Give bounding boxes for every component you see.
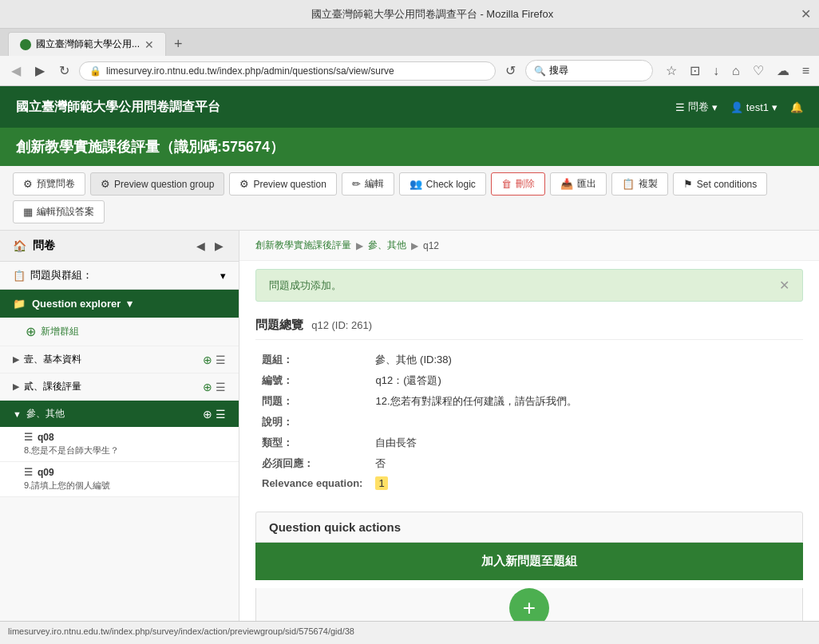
back-button[interactable]: ◀ [6,60,26,81]
question-overview: 問題總覽 q12 (ID: 261) 題組： 參、其他 (ID:38) 編號： … [239,310,819,500]
favicon [20,39,31,50]
arrow-right-icon[interactable]: ▶ [212,239,226,252]
breadcrumb-group-link[interactable]: 參、其他 [368,239,406,252]
preview-survey-button[interactable]: ⚙ 預覽問卷 [13,172,85,196]
sidebar-home-left: 🏠 問卷 [13,239,55,253]
group-2-add-icon[interactable]: ⊕ [203,381,212,393]
group-3-list-icon[interactable]: ☰ [216,408,226,421]
add-group-button[interactable]: ⊕ 新增群組 [0,318,239,346]
group-3-left: ▼ 參、其他 [13,407,65,421]
shield-icon[interactable]: ♡ [750,61,767,80]
survey-title: 創新教學實施課後評量（識別碼:575674） [16,139,284,155]
check-icon: 👥 [410,178,422,190]
breadcrumb: 創新教學實施課後評量 ▶ 參、其他 ▶ q12 [239,231,819,261]
sidebar-section-left: 📋 問題與群組： [13,268,93,282]
table-icon: ▦ [23,206,33,218]
group-1-right: ⊕ ☰ [203,354,226,366]
group-3-add-icon[interactable]: ⊕ [203,408,212,421]
main-layout: 🏠 問卷 ◀ ▶ 📋 問題與群組： ▾ 📁 Question explorer … [0,231,819,621]
set-conditions-button[interactable]: ⚑ Set conditions [673,172,767,196]
pocket-icon[interactable]: ☁ [774,61,793,80]
home-icon: 🏠 [13,239,26,252]
tab-label: 國立臺灣師範大學公用... [36,38,140,51]
description-label: 說明： [255,412,369,433]
add-group-label: 新增群組 [41,325,79,338]
quick-actions: Question quick actions 加入新問題至題組 + 加入新問題至… [239,504,819,621]
user-menu-button[interactable]: 👤 test1 ▾ [730,101,777,113]
copy-icon: 📋 [622,178,635,190]
group-3-right: ⊕ ☰ [203,408,226,421]
group-add-icon[interactable]: ⊕ [203,354,212,366]
sidebar-home[interactable]: 🏠 問卷 ◀ ▶ [0,231,239,262]
sidebar-group-section[interactable]: 📋 問題與群組： ▾ [0,262,239,290]
browser-title: 國立臺灣師範大學公用問卷調查平台 - Mozilla Firefox [72,7,793,22]
group-list-icon[interactable]: ☰ [216,354,226,366]
check-logic-button[interactable]: 👥 Check logic [399,172,486,196]
url-bar[interactable]: 🔒 limesurvey.iro.ntnu.edu.tw/index.php/a… [79,61,496,81]
code-value: q12：(還答題) [369,370,803,391]
preview-question-button[interactable]: ⚙ Preview question [229,172,336,196]
group-label: 題組： [255,350,369,370]
explorer-dropdown-icon: ▾ [127,298,133,310]
status-url: limesurvey.iro.ntnu.edu.tw/index.php/sur… [8,626,354,636]
group-1-label: 壹、基本資料 [24,353,81,366]
alert-close-button[interactable]: ✕ [779,278,789,293]
question-explorer[interactable]: 📁 Question explorer ▾ [0,290,239,318]
delete-button[interactable]: 🗑 刪除 [491,172,545,196]
copy-button[interactable]: 📋 複製 [611,172,668,196]
bell-icon: 🔔 [790,101,803,113]
sidebar-arrows: ◀ ▶ [194,239,226,252]
notification-button[interactable]: 🔔 [790,101,803,113]
survey-menu-button[interactable]: ☰ 問卷 ▾ [675,100,718,114]
edit-button[interactable]: ✏ 編輯 [342,172,394,196]
gear-icon-2: ⚙ [101,178,110,190]
breadcrumb-survey-link[interactable]: 創新教學實施課後評量 [255,239,351,252]
q09-id: q09 [38,467,54,478]
menu-icon[interactable]: ≡ [799,62,813,80]
reload-button[interactable]: ↺ [500,60,520,81]
alert-message: 問題成功添加。 [269,279,342,293]
description-value [369,412,803,433]
close-button[interactable]: ✕ [801,6,811,22]
group-2-label: 貳、課後評量 [24,380,81,393]
tab-close-button[interactable]: ✕ [144,38,154,51]
code-label: 編號： [255,370,369,391]
home-icon[interactable]: ⊡ [686,61,703,80]
question-item-q08[interactable]: ☰ q08 8.您是不是台師大學生？ [0,427,239,462]
question-id-label: q12 (ID: 261) [311,319,372,331]
download-icon[interactable]: ↓ [710,62,722,80]
required-value: 否 [369,453,803,474]
browser-tab[interactable]: 國立臺灣師範大學公用... ✕ [8,32,166,56]
refresh-button[interactable]: ↻ [54,60,74,81]
expand-arrow-icon: ▶ [13,354,19,365]
expand-arrow-icon-2: ▶ [13,381,19,392]
survey-title-bar: 創新教學實施課後評量（識別碼:575674） [0,128,819,166]
q09-header: ☰ q09 [24,467,226,478]
sidebar-group-2[interactable]: ▶ 貳、課後評量 ⊕ ☰ [0,373,239,401]
group-2-list-icon[interactable]: ☰ [216,381,226,393]
house-icon[interactable]: ⌂ [729,62,743,80]
group-value: 參、其他 (ID:38) [369,350,803,370]
list-icon: ☰ [675,101,685,113]
export-button[interactable]: 📥 匯出 [550,172,607,196]
new-tab-button[interactable]: + [166,33,191,56]
bookmark-star-icon[interactable]: ☆ [663,61,680,80]
question-item-q09[interactable]: ☰ q09 9.請填上您的個人編號 [0,462,239,497]
forward-button[interactable]: ▶ [30,60,49,81]
sidebar-group-1[interactable]: ▶ 壹、基本資料 ⊕ ☰ [0,346,239,373]
preview-group-button[interactable]: ⚙ Preview question group [90,172,224,196]
group-2-left: ▶ 貳、課後評量 [13,380,81,393]
edit-defaults-button[interactable]: ▦ 編輯預設答案 [13,200,105,223]
browser-titlebar: 國立臺灣師範大學公用問卷調查平台 - Mozilla Firefox ✕ [0,0,819,29]
quick-actions-title: Question quick actions [255,512,803,543]
sidebar-group-3[interactable]: ▼ 參、其他 ⊕ ☰ [0,401,239,427]
app-logo: 國立臺灣師範大學公用問卷調查平台 [16,99,220,116]
add-question-button[interactable]: 加入新問題至題組 [255,543,803,580]
search-box[interactable]: 🔍 搜尋 [525,60,653,81]
add-question-circle-button[interactable]: + [509,588,549,621]
arrow-left-icon[interactable]: ◀ [194,239,208,252]
app-header-right: ☰ 問卷 ▾ 👤 test1 ▾ 🔔 [675,100,803,114]
sidebar: 🏠 問卷 ◀ ▶ 📋 問題與群組： ▾ 📁 Question explorer … [0,231,239,621]
detail-row-required: 必須回應： 否 [255,453,803,474]
relevance-highlight: 1 [375,476,387,490]
